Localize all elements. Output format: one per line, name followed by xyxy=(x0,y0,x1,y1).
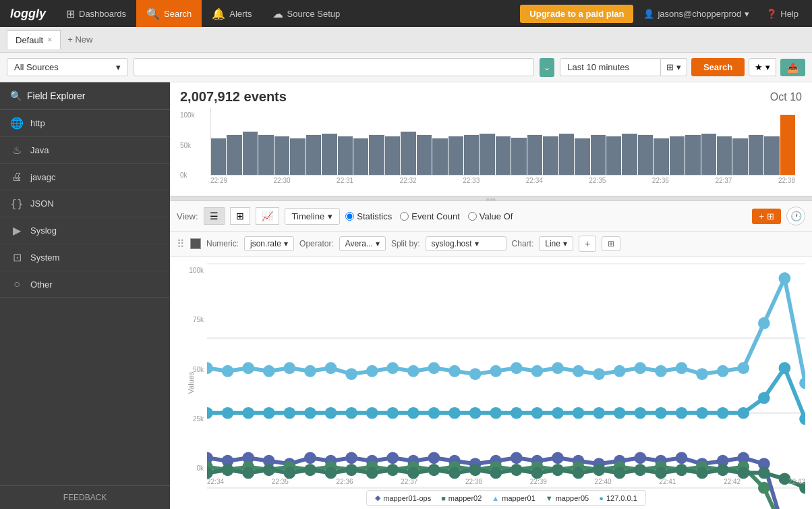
value-of-option[interactable]: Value Of xyxy=(468,211,513,221)
drag-handle[interactable]: ⠿ xyxy=(177,238,185,250)
svg-point-68 xyxy=(263,365,275,377)
statistics-radio[interactable] xyxy=(345,212,354,221)
svg-point-137 xyxy=(448,407,461,419)
field-explorer-header: 🔍 Field Explorer xyxy=(0,82,170,110)
add-panel-button[interactable]: + ⊞ xyxy=(752,209,781,224)
source-select[interactable]: All Sources ▾ xyxy=(7,58,128,76)
sidebar-syslog-label: Syslog xyxy=(30,225,57,236)
histogram-bar xyxy=(432,138,447,175)
value-of-radio[interactable] xyxy=(468,212,477,221)
numeric-select[interactable]: json.rate ▾ xyxy=(244,236,294,251)
user-menu[interactable]: 👤 jasons@chopperprod ▾ xyxy=(633,9,759,19)
nav-search[interactable]: 🔍 Search xyxy=(136,0,202,27)
legend-mapper02: ■ mapper02 xyxy=(441,494,482,502)
svg-point-136 xyxy=(428,407,440,419)
svg-point-70 xyxy=(304,365,316,377)
svg-point-101 xyxy=(325,467,337,479)
svg-point-120 xyxy=(717,464,729,476)
histogram-x-labels: 22:29 22:30 22:31 22:32 22:33 22:34 22:3… xyxy=(210,176,795,184)
nav-dashboards[interactable]: ⊞ Dashboards xyxy=(56,0,136,27)
histogram-bar xyxy=(369,135,384,175)
split-by-select[interactable]: syslog.host ▾ xyxy=(426,236,506,251)
chart-type-select[interactable]: Line ▾ xyxy=(539,236,573,251)
svg-point-107 xyxy=(448,467,461,479)
sidebar-java-label: Java xyxy=(30,145,49,155)
time-label: Last 10 minutes xyxy=(567,62,629,72)
y-100k: 100k xyxy=(180,267,204,274)
search-toggle-button[interactable]: ⌄ xyxy=(540,58,554,77)
svg-point-102 xyxy=(345,464,357,476)
tab-default[interactable]: Default × xyxy=(7,30,61,49)
sidebar-json-label: JSON xyxy=(30,198,54,209)
histogram-bar xyxy=(227,135,241,175)
svg-point-146 xyxy=(634,407,646,419)
y-label-50k: 50k xyxy=(180,142,200,149)
feedback-button[interactable]: FEEDBACK xyxy=(0,485,170,509)
line-chart-y-labels: 100k 75k 50k 25k 0k xyxy=(180,267,204,472)
legend-mapper01ops: ◆ mapper01-ops xyxy=(375,493,431,502)
nav-alerts[interactable]: 🔔 Alerts xyxy=(202,0,262,27)
numeric-label: Numeric: xyxy=(206,239,239,248)
sidebar-item-json[interactable]: {} JSON xyxy=(0,190,170,217)
histogram-bar xyxy=(211,138,226,175)
new-tab-button[interactable]: + New xyxy=(61,30,99,49)
search-button[interactable]: Search xyxy=(691,58,745,76)
sidebar-item-http[interactable]: 🌐 http xyxy=(0,110,170,137)
nav-source-setup[interactable]: ☁ Source Setup xyxy=(262,0,351,27)
chart-type-value: Line xyxy=(545,239,560,248)
help-menu[interactable]: ❓ Help xyxy=(759,9,805,19)
operator-value: Avera... xyxy=(345,239,373,248)
svg-point-72 xyxy=(345,368,357,380)
share-button[interactable]: 📤 xyxy=(780,59,805,76)
histogram-bar xyxy=(338,136,353,175)
star-button[interactable]: ★ ▾ xyxy=(749,58,776,76)
line-chart-x-labels: 22:34 22:35 22:36 22:37 22:38 22:39 22:4… xyxy=(207,478,805,485)
sidebar-item-system[interactable]: ⊡ System xyxy=(0,244,170,271)
line-chart-area: 100k 75k 50k 25k 0k Values xyxy=(170,257,812,509)
svg-point-97 xyxy=(242,467,254,479)
events-header: 2,007,912 events Oct 10 xyxy=(170,82,812,108)
event-count-option[interactable]: Event Count xyxy=(400,211,460,221)
split-by-value: syslog.host xyxy=(432,239,472,248)
other-icon: ○ xyxy=(10,278,24,290)
upgrade-button[interactable]: Upgrade to a paid plan xyxy=(520,5,633,23)
operator-chevron: ▾ xyxy=(376,239,380,248)
statistics-option[interactable]: Statistics xyxy=(345,211,392,221)
time-grid-icon: ⊞ xyxy=(666,62,674,72)
clock-button[interactable]: 🕐 xyxy=(786,207,805,225)
svg-point-125 xyxy=(207,407,213,419)
sidebar-item-other[interactable]: ○ Other xyxy=(0,271,170,298)
search-input[interactable] xyxy=(134,58,534,76)
ip-label: 127.0.0.1 xyxy=(606,494,637,502)
event-count-label: Event Count xyxy=(411,211,460,221)
add-metric-button[interactable]: + xyxy=(579,236,596,252)
operator-select[interactable]: Avera... ▾ xyxy=(339,236,386,251)
sidebar-item-java[interactable]: ♨ Java xyxy=(0,137,170,164)
split-by-label: Split by: xyxy=(391,239,420,248)
event-count-radio[interactable] xyxy=(400,212,409,221)
grid-toggle-button[interactable]: ⊞ xyxy=(602,236,620,251)
svg-point-116 xyxy=(634,464,646,476)
value-of-label: Value Of xyxy=(480,211,513,221)
view-grid-button[interactable]: ⊞ xyxy=(230,207,250,225)
svg-point-130 xyxy=(304,407,316,419)
histogram-bar xyxy=(685,135,700,175)
sidebar-item-javagc[interactable]: 🖨 javagc xyxy=(0,164,170,190)
svg-point-90 xyxy=(717,365,729,377)
legend: ◆ mapper01-ops ■ mapper02 ▲ mapper01 ▼ m… xyxy=(207,490,805,506)
histogram-bar xyxy=(654,138,668,175)
timeline-select[interactable]: Timeline ▾ xyxy=(285,208,341,225)
sidebar-item-syslog[interactable]: ▶ Syslog xyxy=(0,217,170,244)
svg-point-144 xyxy=(593,407,605,419)
time-dropdown-button[interactable]: ⊞ ▾ xyxy=(661,58,687,76)
time-select[interactable]: Last 10 minutes xyxy=(560,58,661,76)
tab-close-icon[interactable]: × xyxy=(47,35,52,45)
view-chart-button[interactable]: 📈 xyxy=(256,207,279,225)
histogram-bar xyxy=(306,135,321,175)
search-bar: All Sources ▾ ⌄ Last 10 minutes ⊞ ▾ Sear… xyxy=(0,53,812,82)
resize-handle[interactable]: ≡≡≡ xyxy=(170,196,812,201)
svg-point-86 xyxy=(634,362,646,374)
view-list-button[interactable]: ☰ xyxy=(204,207,225,225)
histogram-bar xyxy=(290,138,305,175)
svg-point-121 xyxy=(737,467,749,479)
